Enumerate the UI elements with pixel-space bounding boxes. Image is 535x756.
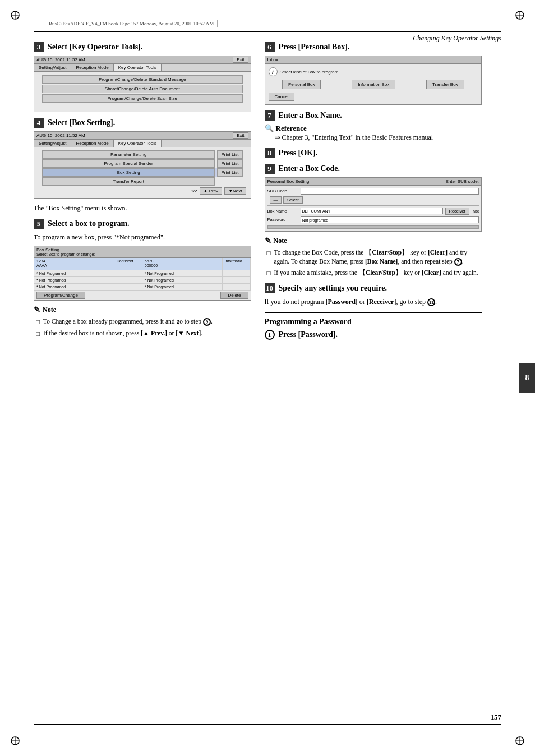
step-4-btn-2[interactable]: Print List [217, 168, 242, 177]
step-9-boxname-row: Box Name DEF COMPANY Receiver Not [268, 208, 479, 215]
step-4-row-2: Box Setting Print List [42, 168, 243, 177]
step-3-timestamp: AUG 15, 2002 11:52 AM [36, 57, 85, 62]
step-5-cell-1-2[interactable]: * Not Programed [142, 270, 223, 276]
step-pw1-label: Press [Password]. [279, 330, 338, 339]
step-8-section: 8 Press [OK]. [265, 148, 482, 158]
step-5-row-3: * Not Programed * Not Programed [34, 284, 251, 291]
step-6-cancel-btn[interactable]: Cancel [269, 93, 295, 101]
note-text-0: To Change a box already programmed, pres… [43, 317, 213, 326]
step-3-tabs: Setting/Adjust Reception Mode Key Operat… [34, 64, 251, 72]
step-3-tab-1[interactable]: Reception Mode [71, 64, 113, 71]
step-6-cancel-row: Cancel [269, 93, 478, 101]
step-5-cell-2-2[interactable]: * Not Programed [142, 277, 223, 283]
step-4-tab-2[interactable]: Key Operator Tools [114, 140, 162, 147]
step-10-label: Specify any settings you require. [279, 284, 388, 293]
note-icon: ✎ [34, 305, 40, 315]
step-4-next-btn[interactable]: ▼Next [224, 187, 246, 195]
step-9-boxname-input[interactable]: DEF COMPANY [301, 208, 443, 214]
step-4-item-0[interactable]: Parameter Setting [42, 150, 215, 159]
step-9-nav-row: — Select [270, 196, 479, 204]
step-9-num: 9 [265, 164, 275, 174]
step-5-cell-0-2[interactable]: 5678000000 [142, 258, 223, 270]
step-6-btns: Personal Box Information Box Transfer Bo… [269, 80, 478, 89]
step-9-select-btn[interactable]: Select [283, 196, 303, 204]
step-7-label: Enter a Box Name. [279, 111, 342, 120]
note-text-9-0: To change the Box Code, press the 【Clear… [274, 248, 482, 266]
step-5-cell-1-0[interactable]: * Not Programed [34, 270, 114, 276]
step-5-program-btn[interactable]: Program/Change [36, 292, 85, 299]
header-title: Changing Key Operator Settings [413, 34, 501, 43]
step-4-prev-btn[interactable]: ▲ Prev [200, 187, 223, 195]
step-6-ui: Inbox i Select kind of Box to program. P… [265, 56, 482, 105]
step-pw1-num: 1 [265, 330, 275, 340]
ref-icon: 🔍 [265, 124, 274, 133]
step-4-tab-0[interactable]: Setting/Adjust [34, 140, 71, 147]
step-9-note-header: ✎ Note [265, 236, 482, 246]
step-4-item-2[interactable]: Box Setting [42, 168, 215, 177]
step-5-body: To program a new box, press "*Not progra… [34, 232, 251, 242]
info-icon: i [269, 67, 278, 76]
step-6-ui-header: Inbox [265, 56, 482, 64]
step-3-section: 3 Select [Key Operator Tools]. AUG 15, 2… [34, 42, 251, 112]
step-3-tab-0[interactable]: Setting/Adjust [34, 64, 71, 71]
step-7-section: 7 Enter a Box Name. 🔍 Reference ⇒ Chapte… [265, 110, 482, 142]
note-icon-9: ✎ [265, 236, 271, 246]
step-9-note-item-0: □ To change the Box Code, press the 【Cle… [265, 248, 482, 266]
step-5-delete-btn[interactable]: Delete [220, 292, 248, 299]
step-4-titlebar: AUG 15, 2002 11:52 AM Exit [34, 132, 251, 140]
step-10-heading: 10 Specify any settings you require. [265, 283, 482, 293]
step-5-cell-3-3 [223, 284, 251, 290]
step-9-subcode-label: SUB Code [268, 188, 298, 193]
step-4-tab-1[interactable]: Reception Mode [71, 140, 113, 147]
step-4-tabs: Setting/Adjust Reception Mode Key Operat… [34, 140, 251, 147]
step-5-cell-2-0[interactable]: * Not Programed [34, 277, 114, 283]
step-5-heading: 5 Select a box to program. [34, 219, 251, 229]
step-3-menu-1[interactable]: Share/Change/Delete Auto Document [42, 85, 243, 93]
page-header: Changing Key Operator Settings [34, 31, 501, 43]
step-5-cell-3-1 [114, 284, 142, 290]
note-bullet-1: □ [36, 329, 40, 338]
step-5-footer: Program/Change Delete [34, 291, 251, 300]
step-3-body: Program/Change/Delete Standard Message S… [34, 72, 251, 112]
step-9-receiver-val: Not [473, 209, 479, 213]
step-3-menu-0[interactable]: Program/Change/Delete Standard Message [42, 75, 243, 84]
step-9-subcode-input[interactable] [301, 188, 479, 195]
step-9-subcode-row: SUB Code [268, 188, 479, 195]
step-3-menu-2[interactable]: Program/Change/Delete Scan Size [42, 94, 243, 103]
step-4-num: 4 [34, 118, 44, 128]
step-9-dash-btn[interactable]: — [270, 196, 282, 204]
step-9-receiver-btn[interactable]: Receiver [445, 208, 470, 215]
corner-tr [515, 10, 525, 20]
step-4-btn-0[interactable]: Print List [217, 150, 242, 159]
step-9-header-left: Personal Box Setting [268, 179, 310, 184]
step-9-password-input[interactable]: Not programed [301, 216, 479, 223]
step-9-header-right: Enter SUB code: [445, 179, 479, 184]
note-label-9: Note [274, 237, 287, 245]
step-3-titlebar: AUG 15, 2002 11:52 AM Exit [34, 56, 251, 64]
step-3-ui: AUG 15, 2002 11:52 AM Exit Setting/Adjus… [34, 56, 251, 112]
step-4-item-1[interactable]: Program Special Sender [42, 159, 215, 168]
step-9-ui: Personal Box Setting Enter SUB code: SUB… [265, 177, 482, 232]
step-6-personal-btn[interactable]: Personal Box [282, 80, 321, 89]
step-5-cell-3-2[interactable]: * Not Programed [142, 284, 223, 290]
step-9-note: ✎ Note □ To change the Box Code, press t… [265, 236, 482, 278]
step-5-cell-3-0[interactable]: * Not Programed [34, 284, 114, 290]
step-5-ui-subtitle: Select Box to program or change: [36, 252, 248, 256]
step-7-ref-body: ⇒ Chapter 3, "Entering Text" in the Basi… [265, 133, 482, 142]
step-4-btn-1[interactable]: Print List [217, 159, 242, 168]
step-4-exit-btn[interactable]: Exit [233, 132, 248, 139]
step-4-item-3[interactable]: Transfer Report [42, 177, 215, 186]
step-6-info-btn[interactable]: Information Box [352, 80, 395, 89]
step-5-row-0: 1234AAAA Confident... 5678000000 Informa… [34, 258, 251, 270]
step-6-transfer-btn[interactable]: Transfer Box [426, 80, 464, 89]
step-5-cell-0-1: Confident... [114, 258, 142, 270]
step-5-cell-0-0[interactable]: 1234AAAA [34, 258, 114, 270]
step-3-tab-2[interactable]: Key Operator Tools [114, 64, 162, 71]
step-4-caption: The "Box Setting" menu is shown. [34, 203, 251, 213]
prog-password-heading: Programming a Password [265, 317, 482, 326]
left-column: 3 Select [Key Operator Tools]. AUG 15, 2… [34, 42, 251, 345]
step-3-exit-btn[interactable]: Exit [233, 57, 248, 63]
chapter-tab: 8 [519, 363, 535, 393]
step-4-ui: AUG 15, 2002 11:52 AM Exit Setting/Adjus… [34, 131, 251, 199]
step-4-section: 4 Select [Box Setting]. AUG 15, 2002 11:… [34, 118, 251, 213]
